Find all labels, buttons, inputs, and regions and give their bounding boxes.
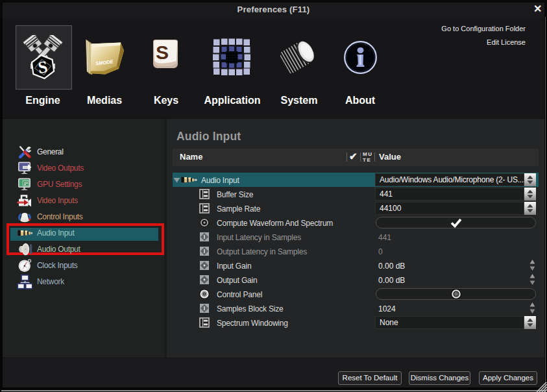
svg-text:S: S [156,42,169,63]
